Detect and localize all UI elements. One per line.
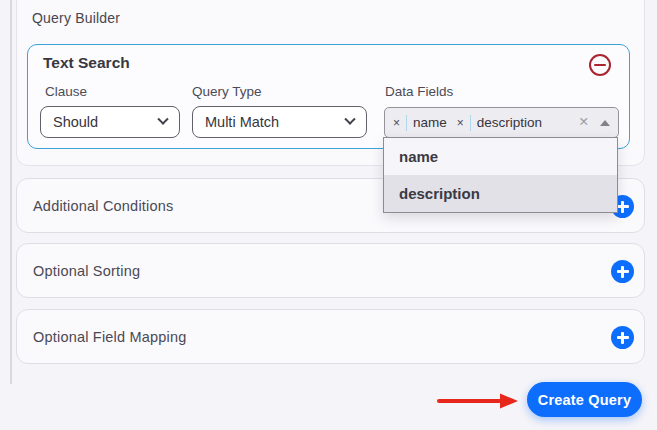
section-optional-sorting: Optional Sorting (16, 243, 645, 298)
create-query-button[interactable]: Create Query (527, 382, 642, 417)
query-type-select[interactable]: Multi Match (192, 106, 367, 138)
section-label: Optional Sorting (33, 263, 140, 279)
clear-all-icon[interactable]: ✕ (579, 116, 589, 129)
dropdown-option-name[interactable]: name (384, 138, 617, 175)
data-fields-multiselect[interactable]: × name × description ✕ (384, 107, 619, 138)
remove-block-button[interactable] (589, 54, 611, 76)
data-fields-label: Data Fields (385, 84, 453, 99)
clause-select-value: Should (53, 114, 98, 130)
data-fields-dropdown: name description (383, 137, 618, 213)
clause-select[interactable]: Should (40, 106, 180, 138)
text-search-panel: Text Search Clause Query Type Data Field… (27, 44, 630, 149)
clause-label: Clause (45, 84, 87, 99)
add-field-mapping-button[interactable] (611, 326, 634, 349)
left-divider (10, 0, 12, 384)
tag-label: description (477, 115, 542, 130)
tag-description: × description (457, 115, 542, 131)
query-builder-page: Query Builder Text Search Clause Query T… (0, 0, 657, 430)
chevron-down-icon (157, 114, 168, 125)
tag-remove-icon[interactable]: × (457, 117, 464, 129)
tag-separator (470, 115, 471, 131)
section-label: Optional Field Mapping (33, 329, 187, 345)
red-arrow-annotation (436, 392, 520, 410)
tag-separator (406, 115, 407, 131)
add-sorting-button[interactable] (611, 260, 634, 283)
section-optional-field-mapping: Optional Field Mapping (16, 309, 645, 364)
caret-up-icon[interactable] (600, 120, 610, 126)
text-search-heading: Text Search (43, 54, 130, 72)
tag-remove-icon[interactable]: × (393, 117, 400, 129)
tag-label: name (413, 115, 447, 130)
tag-name: × name (393, 115, 447, 131)
plus-icon (611, 260, 634, 283)
page-title: Query Builder (32, 10, 120, 26)
multiselect-controls: ✕ (579, 116, 610, 129)
dropdown-option-description[interactable]: description (384, 175, 617, 212)
query-type-select-value: Multi Match (205, 114, 279, 130)
query-type-label: Query Type (192, 84, 262, 99)
section-label: Additional Conditions (33, 198, 173, 214)
chevron-down-icon (344, 114, 355, 125)
plus-icon (611, 326, 634, 349)
